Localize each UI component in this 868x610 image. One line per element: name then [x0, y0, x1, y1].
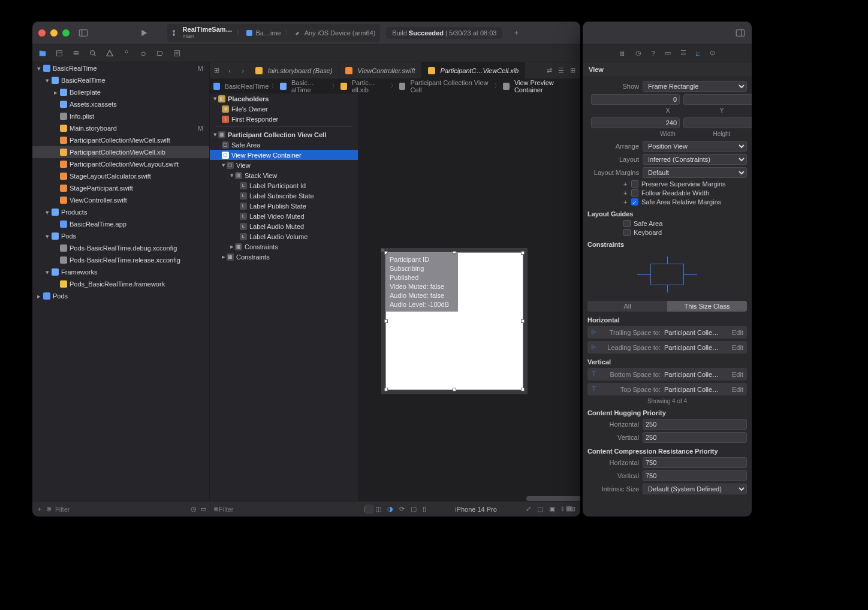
comp-v-field[interactable]: [643, 470, 747, 481]
add-tab-button[interactable]: ＋: [508, 28, 525, 37]
preserve-margins-checkbox[interactable]: +Preserve Superview Margins: [623, 180, 747, 188]
nav-row[interactable]: ViewController.swift: [32, 194, 209, 206]
debug-console-toggle[interactable]: [364, 505, 374, 514]
scheme-selector[interactable]: RealTimeSam… main 〉 Ba…ime 〉 Any iOS Dev…: [167, 24, 381, 42]
nav-row[interactable]: Assets.xcassets: [32, 98, 209, 110]
size-inspector-icon[interactable]: ⟀: [696, 50, 700, 57]
editor-tab[interactable]: lain.storyboard (Base): [249, 62, 339, 78]
crumb[interactable]: Partic…ell.xib: [352, 79, 388, 93]
width-field[interactable]: [591, 117, 680, 128]
canvas-device-icon[interactable]: ▯: [423, 505, 426, 513]
recent-filter-icon[interactable]: ◷: [191, 505, 197, 513]
constraint-edit-button[interactable]: Edit: [732, 344, 743, 351]
canvas-embed-icon[interactable]: ▣: [549, 505, 555, 513]
nav-row[interactable]: ▸Pods: [32, 290, 209, 302]
outline-label[interactable]: LLabel Publish State: [210, 201, 358, 211]
margins-select[interactable]: Default: [643, 167, 747, 178]
tab-forward-button[interactable]: ›: [236, 62, 249, 78]
outline-constraints-outer[interactable]: ▸▦Constraints: [210, 252, 358, 262]
outline-filter-icon[interactable]: ⊜: [213, 505, 219, 513]
arrange-select[interactable]: Position View: [643, 141, 747, 152]
outline-files-owner[interactable]: ◉File's Owner: [210, 104, 358, 114]
crumb[interactable]: BasicRealTime: [225, 83, 269, 90]
outline-label[interactable]: LLabel Audio Muted: [210, 221, 358, 231]
nav-row[interactable]: Main.storyboardM: [32, 122, 209, 134]
nav-row[interactable]: ▾Frameworks: [32, 266, 209, 278]
nav-row[interactable]: ParticipantCollectionViewCell.swift: [32, 134, 209, 146]
safe-area-guide-checkbox[interactable]: Safe Area: [623, 220, 747, 227]
attributes-inspector-icon[interactable]: ☰: [680, 49, 686, 57]
source-control-navigator-icon[interactable]: [55, 49, 64, 58]
outline-filter-input[interactable]: [219, 506, 355, 513]
issue-navigator-icon[interactable]: [106, 49, 114, 58]
nav-row[interactable]: ▸Boilerplate: [32, 86, 209, 98]
navigator-filter-input[interactable]: [55, 506, 187, 513]
outline-constraints-inner[interactable]: ▸▦Constraints: [210, 241, 358, 252]
canvas-adjust-icon[interactable]: ◫: [375, 505, 381, 513]
inspector-sidebar-toggle-icon[interactable]: [735, 28, 746, 38]
project-navigator-icon[interactable]: [38, 49, 47, 58]
crumb[interactable]: Participant Collection View Cell: [410, 79, 492, 93]
constraint-item[interactable]: ⊤Top Space to:Participant Colle…Edit: [587, 383, 747, 395]
outline-label[interactable]: LLabel Participant Id: [210, 180, 358, 191]
constraint-edit-button[interactable]: Edit: [732, 329, 743, 336]
canvas-scrollbar-h[interactable]: [526, 496, 580, 501]
show-select[interactable]: Frame Rectangle: [643, 81, 747, 92]
readable-width-checkbox[interactable]: +Follow Readable Width: [623, 189, 747, 197]
minimize-window[interactable]: [50, 29, 58, 37]
scm-filter-icon[interactable]: ▭: [200, 505, 206, 513]
outline-first-responder[interactable]: 1First Responder: [210, 114, 358, 124]
height-field[interactable]: [683, 117, 752, 128]
constraint-edit-button[interactable]: Edit: [732, 371, 743, 378]
zoom-window[interactable]: [62, 29, 70, 37]
canvas-align-icon[interactable]: ⫴: [561, 505, 564, 513]
outline-view[interactable]: ▾▢View: [210, 160, 358, 170]
nav-row[interactable]: ▾BasicRealTime: [32, 74, 209, 86]
layout-select[interactable]: Inferred (Constraints): [643, 154, 747, 165]
canvas-device-label[interactable]: iPhone 14 Pro: [432, 506, 520, 513]
keyboard-guide-checkbox[interactable]: Keyboard: [623, 229, 747, 236]
minimap-toggle-icon[interactable]: ▦: [566, 505, 575, 514]
nav-row[interactable]: ▾Pods: [32, 230, 209, 242]
debug-navigator-icon[interactable]: [139, 49, 147, 58]
x-field[interactable]: [591, 94, 680, 105]
nav-row[interactable]: StageLayoutCalculator.swift: [32, 170, 209, 182]
build-status[interactable]: Build Succeeded | 5/30/23 at 08:03: [386, 27, 502, 39]
report-navigator-icon[interactable]: [173, 49, 181, 58]
tab-back-button[interactable]: ‹: [223, 62, 236, 78]
canvas-zoom-out-icon[interactable]: ⤢: [526, 505, 531, 513]
nav-row[interactable]: ▾Products: [32, 206, 209, 218]
outline-safe-area[interactable]: ▢Safe Area: [210, 140, 358, 150]
constraint-item[interactable]: ⊩Trailing Space to:Participant Colle…Edi…: [587, 326, 747, 339]
tab-grid-icon[interactable]: ⊞: [210, 62, 223, 78]
editor-tab[interactable]: ParticipantC…ViewCell.xib: [422, 62, 526, 78]
adjust-editor-icon[interactable]: ☰: [558, 67, 564, 74]
nav-row[interactable]: ParticipantCollectionViewLayout.swift: [32, 158, 209, 170]
constraint-item[interactable]: ⊩Leading Space to:Participant Colle…Edit: [587, 341, 747, 354]
connections-inspector-icon[interactable]: ⊙: [710, 49, 715, 57]
nav-row[interactable]: ▾BasicRealTimeM: [32, 62, 209, 74]
jump-bar[interactable]: BasicRealTime〉Basic…alTime〉Partic…ell.xi…: [210, 79, 580, 93]
nav-row[interactable]: Info.plist: [32, 110, 209, 122]
run-button-icon[interactable]: [138, 28, 149, 38]
filter-icon[interactable]: ⊜: [46, 505, 52, 513]
outline-preview-container[interactable]: ▢View Preview Container: [210, 150, 358, 160]
safe-area-margins-checkbox[interactable]: +✓Safe Area Relative Margins: [623, 198, 747, 206]
help-inspector-icon[interactable]: ?: [651, 50, 655, 57]
canvas-layout-icon[interactable]: ▢: [411, 505, 417, 513]
outline-label[interactable]: LLabel Subscribe State: [210, 191, 358, 201]
canvas-appearance-icon[interactable]: ◑: [387, 505, 393, 513]
constraint-edit-button[interactable]: Edit: [732, 386, 743, 393]
ib-canvas[interactable]: ✕ Participant IDSubscribingPublishedVide…: [358, 93, 580, 517]
add-editor-icon[interactable]: ⊞: [570, 67, 575, 74]
nav-row[interactable]: Pods_BasicRealTime.framework: [32, 278, 209, 290]
nav-row[interactable]: Pods-BasicRealTime.debug.xcconfig: [32, 242, 209, 254]
crumb[interactable]: Basic…alTime: [291, 79, 329, 93]
crumb[interactable]: View Preview Container: [514, 79, 577, 93]
constraint-scope-segment[interactable]: AllThis Size Class: [587, 301, 747, 312]
y-field[interactable]: [683, 94, 752, 105]
intrinsic-select[interactable]: Default (System Defined): [643, 484, 747, 494]
file-inspector-icon[interactable]: 🗎: [619, 50, 626, 57]
symbol-navigator-icon[interactable]: [72, 49, 80, 58]
close-window[interactable]: [38, 29, 46, 37]
